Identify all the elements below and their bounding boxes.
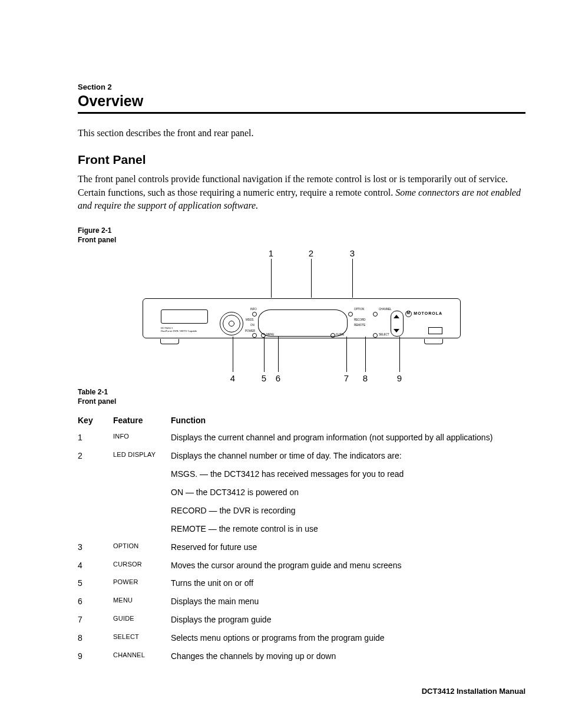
btn-dot <box>261 333 266 338</box>
dolby-badge <box>428 327 442 334</box>
label-record: RECORD <box>354 318 366 321</box>
cell-feature: MENU <box>113 592 171 611</box>
cell-function: Changes the channels by moving up or dow… <box>171 647 525 666</box>
cell-function-sub: REMOTE — the remote control is in use <box>171 523 521 535</box>
figure-caption: Figure 2-1 Front panel <box>78 226 525 245</box>
cell-function: Displays the main menu <box>171 592 525 611</box>
cell-feature: GUIDE <box>113 611 171 629</box>
label-power: POWER <box>245 330 255 332</box>
label-info: INFO <box>250 308 257 311</box>
table-row: 4CURSORMoves the cursor around the progr… <box>78 556 525 575</box>
btn-dot <box>373 312 378 317</box>
cell-feature: POWER <box>113 574 171 592</box>
table-row: 7GUIDEDisplays the program guide <box>78 611 525 629</box>
table-caption-line2: Front panel <box>78 397 116 406</box>
btn-dot <box>373 333 378 338</box>
table-row: 2LED DISPLAYDisplays the channel number … <box>78 447 525 538</box>
section-title: Overview <box>78 93 525 110</box>
front-panel-heading: Front Panel <box>78 153 525 167</box>
figure-caption-line1: Figure 2-1 <box>78 226 111 235</box>
btn-dot <box>252 333 257 338</box>
model-text: DCT3412 IDualTuner DVR / HDTV Capable <box>161 327 197 332</box>
callout-lead <box>233 337 233 372</box>
table-row: 8SELECTSelects menu options or programs … <box>78 629 525 647</box>
table-caption: Table 2-1 Front panel <box>78 387 525 406</box>
callout-9: 9 <box>395 373 404 383</box>
table-row: 3OPTIONReserved for future use <box>78 538 525 556</box>
btn-dot <box>252 312 257 317</box>
cell-key: 5 <box>78 574 113 592</box>
callout-lead <box>264 337 265 372</box>
cell-key: 6 <box>78 592 113 611</box>
callout-7: 7 <box>342 373 351 383</box>
cell-feature: CURSOR <box>113 556 171 575</box>
label-menu: MENU <box>266 333 274 336</box>
cell-function-sub: ON — the DCT3412 is powered on <box>171 487 521 498</box>
label-guide: GUIDE <box>336 333 344 336</box>
label-option: OPTION <box>354 308 364 311</box>
cell-feature: LED DISPLAY <box>113 447 171 538</box>
cell-function: Displays the program guide <box>171 611 525 629</box>
cell-function: Displays the channel number or time of d… <box>171 447 525 538</box>
label-select: SELECT <box>379 333 389 336</box>
th-feature: Feature <box>113 412 171 429</box>
btn-dot <box>348 312 353 317</box>
callout-3: 3 <box>348 248 357 258</box>
figure-caption-line2: Front panel <box>78 236 116 244</box>
section-number: Section 2 <box>78 83 525 91</box>
cell-function: Turns the unit on or off <box>171 574 525 592</box>
front-panel-table: Key Feature Function 1INFODisplays the c… <box>78 412 525 666</box>
table-caption-line1: Table 2-1 <box>78 388 108 396</box>
page-footer: DCT3412 Installation Manual <box>422 687 525 696</box>
cell-function-sub: RECORD — the DVR is recording <box>171 505 521 516</box>
cell-key: 2 <box>78 447 113 538</box>
callout-1: 1 <box>266 248 276 258</box>
th-key: Key <box>78 412 113 429</box>
section-rule <box>78 112 525 114</box>
th-function: Function <box>171 412 525 429</box>
callout-6: 6 <box>273 373 283 383</box>
figure-front-panel: 1 2 3 DCT3412 IDualTuner DVR / HDTV Capa… <box>137 248 467 384</box>
label-on: ON <box>250 324 254 327</box>
cell-key: 3 <box>78 538 113 556</box>
page: Section 2 Overview This section describe… <box>0 0 562 728</box>
decorative-panel <box>161 309 208 324</box>
table-row: 6MENUDisplays the main menu <box>78 592 525 611</box>
table-row: 1INFODisplays the current channel and pr… <box>78 429 525 447</box>
motorola-logo: MOTOROLA <box>405 311 442 317</box>
table-row: 9CHANNELChanges the channels by moving u… <box>78 647 525 666</box>
callout-8: 8 <box>361 373 370 383</box>
cell-key: 7 <box>78 611 113 629</box>
cell-key: 1 <box>78 429 113 447</box>
cell-feature: SELECT <box>113 629 171 647</box>
cell-key: 9 <box>78 647 113 666</box>
label-remote: REMOTE <box>354 324 365 327</box>
cell-feature: CHANNEL <box>113 647 171 666</box>
table-row: 5POWERTurns the unit on or off <box>78 574 525 592</box>
callout-5: 5 <box>259 373 269 383</box>
channel-rocker <box>391 311 404 337</box>
callout-2: 2 <box>306 248 316 258</box>
cell-feature: OPTION <box>113 538 171 556</box>
device-foot <box>160 339 179 344</box>
front-panel-paragraph: The front panel controls provide functio… <box>78 173 525 212</box>
cell-feature: INFO <box>113 429 171 447</box>
cell-function: Moves the cursor around the program guid… <box>171 556 525 575</box>
cell-function: Selects menu options or programs from th… <box>171 629 525 647</box>
cell-function: Reserved for future use <box>171 538 525 556</box>
cell-key: 4 <box>78 556 113 575</box>
callout-lead <box>346 337 347 372</box>
cursor-pad <box>220 312 243 335</box>
cell-function: Displays the current channel and program… <box>171 429 525 447</box>
callout-4: 4 <box>228 373 237 383</box>
callout-lead <box>278 337 279 372</box>
device-illustration: DCT3412 IDualTuner DVR / HDTV Capable IN… <box>137 292 467 345</box>
label-msgs: MSGS. <box>246 318 254 321</box>
cell-key: 8 <box>78 629 113 647</box>
device-chassis: DCT3412 IDualTuner DVR / HDTV Capable IN… <box>143 298 461 338</box>
cell-function-sub: MSGS. — the DCT3412 has received message… <box>171 469 521 480</box>
device-foot <box>424 339 443 344</box>
btn-dot <box>330 333 335 338</box>
intro-text: This section describes the front and rea… <box>78 127 525 140</box>
callout-lead <box>365 337 366 372</box>
